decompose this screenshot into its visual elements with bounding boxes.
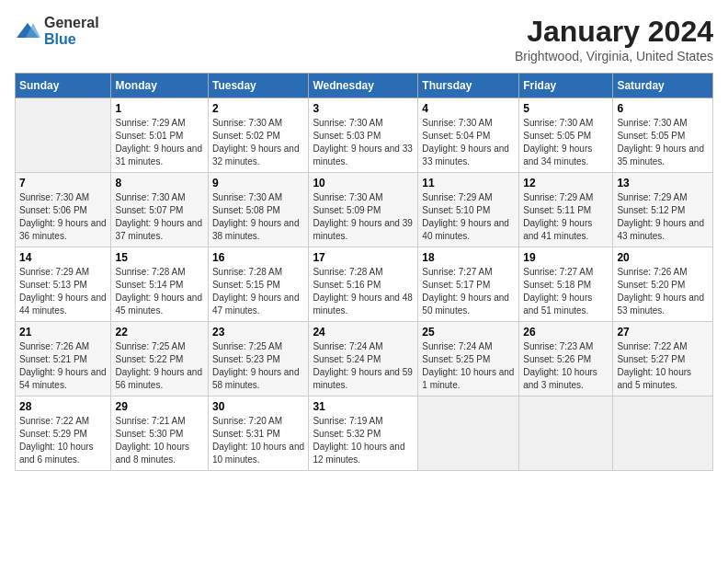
calendar-cell: 18Sunrise: 7:27 AMSunset: 5:17 PMDayligh…	[418, 247, 519, 322]
day-number: 17	[313, 251, 414, 264]
day-number: 8	[115, 177, 203, 190]
day-info: Sunrise: 7:30 AMSunset: 5:09 PMDaylight:…	[313, 191, 414, 243]
day-info: Sunrise: 7:27 AMSunset: 5:17 PMDaylight:…	[422, 266, 515, 317]
day-number: 18	[422, 251, 515, 264]
day-number: 21	[19, 326, 107, 339]
subtitle: Brightwood, Virginia, United States	[515, 49, 713, 63]
day-number: 27	[617, 326, 709, 339]
calendar-cell: 14Sunrise: 7:29 AMSunset: 5:13 PMDayligh…	[16, 247, 111, 322]
calendar-table: SundayMondayTuesdayWednesdayThursdayFrid…	[15, 73, 713, 471]
day-info: Sunrise: 7:30 AMSunset: 5:08 PMDaylight:…	[212, 191, 304, 243]
col-header-thursday: Thursday	[418, 74, 519, 98]
calendar-cell: 12Sunrise: 7:29 AMSunset: 5:11 PMDayligh…	[519, 173, 613, 247]
day-number: 3	[313, 102, 414, 115]
day-number: 4	[422, 102, 515, 115]
calendar-cell: 29Sunrise: 7:21 AMSunset: 5:30 PMDayligh…	[111, 396, 208, 471]
title-area: January 2024 Brightwood, Virginia, Unite…	[515, 15, 713, 63]
day-number: 25	[422, 326, 515, 339]
day-number: 15	[115, 251, 203, 264]
day-info: Sunrise: 7:28 AMSunset: 5:14 PMDaylight:…	[115, 266, 203, 317]
day-number: 14	[19, 251, 107, 264]
day-number: 10	[313, 177, 414, 190]
calendar-cell: 21Sunrise: 7:26 AMSunset: 5:21 PMDayligh…	[16, 322, 111, 396]
calendar-cell: 27Sunrise: 7:22 AMSunset: 5:27 PMDayligh…	[613, 322, 713, 396]
day-info: Sunrise: 7:19 AMSunset: 5:32 PMDaylight:…	[313, 415, 414, 466]
day-number: 5	[523, 102, 609, 115]
day-info: Sunrise: 7:24 AMSunset: 5:25 PMDaylight:…	[422, 340, 515, 392]
day-info: Sunrise: 7:29 AMSunset: 5:10 PMDaylight:…	[422, 191, 515, 243]
day-info: Sunrise: 7:30 AMSunset: 5:05 PMDaylight:…	[617, 117, 709, 168]
day-info: Sunrise: 7:29 AMSunset: 5:13 PMDaylight:…	[19, 266, 107, 317]
calendar-cell: 30Sunrise: 7:20 AMSunset: 5:31 PMDayligh…	[208, 396, 308, 471]
calendar-cell: 6Sunrise: 7:30 AMSunset: 5:05 PMDaylight…	[613, 98, 713, 173]
day-info: Sunrise: 7:30 AMSunset: 5:06 PMDaylight:…	[19, 191, 107, 243]
col-header-wednesday: Wednesday	[309, 74, 418, 98]
day-info: Sunrise: 7:28 AMSunset: 5:16 PMDaylight:…	[313, 266, 414, 317]
week-row-2: 14Sunrise: 7:29 AMSunset: 5:13 PMDayligh…	[16, 247, 713, 322]
day-number: 6	[617, 102, 709, 115]
day-number: 29	[115, 400, 203, 413]
calendar-cell: 26Sunrise: 7:23 AMSunset: 5:26 PMDayligh…	[519, 322, 613, 396]
calendar-cell: 2Sunrise: 7:30 AMSunset: 5:02 PMDaylight…	[208, 98, 308, 173]
calendar-cell: 16Sunrise: 7:28 AMSunset: 5:15 PMDayligh…	[208, 247, 308, 322]
calendar-cell: 8Sunrise: 7:30 AMSunset: 5:07 PMDaylight…	[111, 173, 208, 247]
calendar-cell: 13Sunrise: 7:29 AMSunset: 5:12 PMDayligh…	[613, 173, 713, 247]
calendar-cell	[418, 396, 519, 471]
day-info: Sunrise: 7:26 AMSunset: 5:20 PMDaylight:…	[617, 266, 709, 317]
logo-general: General	[44, 15, 99, 30]
day-info: Sunrise: 7:30 AMSunset: 5:07 PMDaylight:…	[115, 191, 203, 243]
day-number: 30	[212, 400, 304, 413]
logo-icon	[15, 21, 40, 41]
week-row-1: 7Sunrise: 7:30 AMSunset: 5:06 PMDaylight…	[16, 173, 713, 247]
week-row-0: 1Sunrise: 7:29 AMSunset: 5:01 PMDaylight…	[16, 98, 713, 173]
day-info: Sunrise: 7:24 AMSunset: 5:24 PMDaylight:…	[313, 340, 414, 392]
day-info: Sunrise: 7:23 AMSunset: 5:26 PMDaylight:…	[523, 340, 609, 392]
calendar-cell: 19Sunrise: 7:27 AMSunset: 5:18 PMDayligh…	[519, 247, 613, 322]
day-number: 2	[212, 102, 304, 115]
calendar-cell: 15Sunrise: 7:28 AMSunset: 5:14 PMDayligh…	[111, 247, 208, 322]
col-header-tuesday: Tuesday	[208, 74, 308, 98]
col-header-saturday: Saturday	[613, 74, 713, 98]
calendar-cell: 3Sunrise: 7:30 AMSunset: 5:03 PMDaylight…	[309, 98, 418, 173]
day-info: Sunrise: 7:30 AMSunset: 5:02 PMDaylight:…	[212, 117, 304, 168]
col-header-sunday: Sunday	[16, 74, 111, 98]
day-info: Sunrise: 7:27 AMSunset: 5:18 PMDaylight:…	[523, 266, 609, 317]
day-number: 26	[523, 326, 609, 339]
calendar-cell: 17Sunrise: 7:28 AMSunset: 5:16 PMDayligh…	[309, 247, 418, 322]
day-info: Sunrise: 7:30 AMSunset: 5:05 PMDaylight:…	[523, 117, 609, 168]
day-number: 11	[422, 177, 515, 190]
logo: General Blue	[15, 15, 99, 48]
day-number: 24	[313, 326, 414, 339]
calendar-cell: 9Sunrise: 7:30 AMSunset: 5:08 PMDaylight…	[208, 173, 308, 247]
calendar-cell: 11Sunrise: 7:29 AMSunset: 5:10 PMDayligh…	[418, 173, 519, 247]
day-number: 31	[313, 400, 414, 413]
day-number: 13	[617, 177, 709, 190]
calendar-cell: 24Sunrise: 7:24 AMSunset: 5:24 PMDayligh…	[309, 322, 418, 396]
day-info: Sunrise: 7:29 AMSunset: 5:01 PMDaylight:…	[115, 117, 203, 168]
calendar-cell: 23Sunrise: 7:25 AMSunset: 5:23 PMDayligh…	[208, 322, 308, 396]
calendar-cell: 25Sunrise: 7:24 AMSunset: 5:25 PMDayligh…	[418, 322, 519, 396]
calendar-cell: 5Sunrise: 7:30 AMSunset: 5:05 PMDaylight…	[519, 98, 613, 173]
calendar-cell: 10Sunrise: 7:30 AMSunset: 5:09 PMDayligh…	[309, 173, 418, 247]
day-number: 1	[115, 102, 203, 115]
day-info: Sunrise: 7:25 AMSunset: 5:23 PMDaylight:…	[212, 340, 304, 392]
day-number: 12	[523, 177, 609, 190]
day-number: 22	[115, 326, 203, 339]
col-header-friday: Friday	[519, 74, 613, 98]
day-info: Sunrise: 7:28 AMSunset: 5:15 PMDaylight:…	[212, 266, 304, 317]
calendar-cell: 20Sunrise: 7:26 AMSunset: 5:20 PMDayligh…	[613, 247, 713, 322]
calendar-cell: 4Sunrise: 7:30 AMSunset: 5:04 PMDaylight…	[418, 98, 519, 173]
day-number: 20	[617, 251, 709, 264]
day-number: 7	[19, 177, 107, 190]
day-number: 19	[523, 251, 609, 264]
day-info: Sunrise: 7:26 AMSunset: 5:21 PMDaylight:…	[19, 340, 107, 392]
day-info: Sunrise: 7:21 AMSunset: 5:30 PMDaylight:…	[115, 415, 203, 466]
day-number: 16	[212, 251, 304, 264]
calendar-cell: 22Sunrise: 7:25 AMSunset: 5:22 PMDayligh…	[111, 322, 208, 396]
calendar-cell: 28Sunrise: 7:22 AMSunset: 5:29 PMDayligh…	[16, 396, 111, 471]
calendar-cell: 31Sunrise: 7:19 AMSunset: 5:32 PMDayligh…	[309, 396, 418, 471]
day-info: Sunrise: 7:30 AMSunset: 5:03 PMDaylight:…	[313, 117, 414, 168]
day-info: Sunrise: 7:30 AMSunset: 5:04 PMDaylight:…	[422, 117, 515, 168]
week-row-4: 28Sunrise: 7:22 AMSunset: 5:29 PMDayligh…	[16, 396, 713, 471]
calendar-cell	[519, 396, 613, 471]
